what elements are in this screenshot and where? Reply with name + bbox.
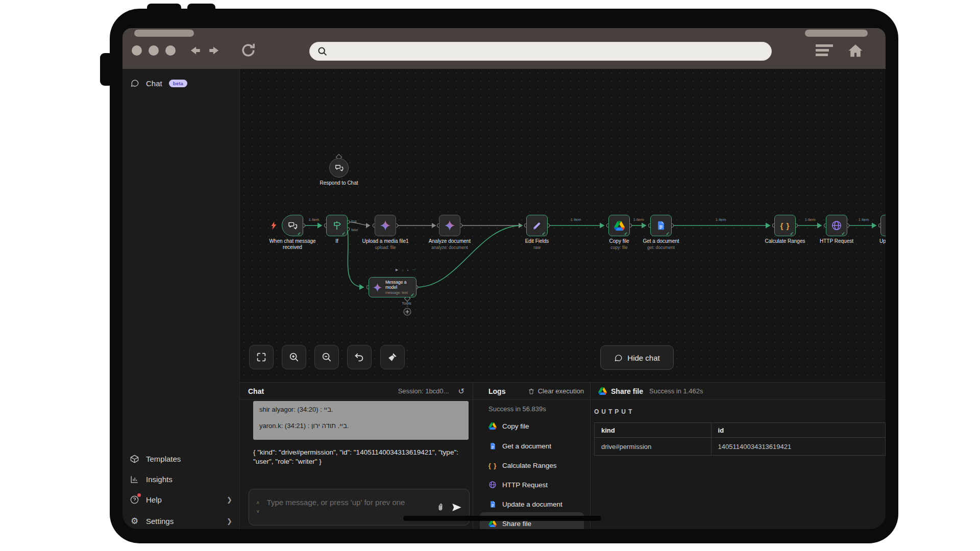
tab-dot-3[interactable] — [165, 45, 176, 56]
node-upload-a-media-file1[interactable] — [375, 215, 396, 236]
tab-strip-left — [134, 30, 194, 37]
chat-bubble-icon — [130, 79, 139, 88]
logs-panel-title: Logs — [488, 387, 505, 395]
success-check-icon: ✓ — [790, 231, 794, 236]
connection-count-label: 1 item — [853, 217, 874, 222]
bottom-panels: Chat Session: 1bcd0... ↺ shir alyagor: (… — [240, 382, 886, 529]
node-get-a-document[interactable]: ✓ — [650, 215, 672, 236]
sidebar-item-help[interactable]: Help ❯ — [122, 491, 239, 508]
chevron-up-icon[interactable]: ∧ — [256, 500, 260, 505]
fit-view-button[interactable] — [249, 345, 274, 369]
log-item-calculate-ranges[interactable]: { } Calculate Ranges — [480, 457, 584, 473]
chevron-down-icon[interactable]: ∨ — [256, 509, 260, 514]
attachment-paperclip-icon[interactable] — [436, 503, 445, 512]
clear-execution-button[interactable]: Clear execution — [528, 387, 584, 395]
stop-icon[interactable]: ○ — [402, 268, 404, 272]
node-message-a-model[interactable]: Message a model message: text ✓ — [369, 277, 416, 297]
connection-count-label: 1 item — [710, 217, 731, 222]
delete-icon[interactable]: ▪ — [407, 268, 408, 272]
beta-badge: beta — [169, 80, 187, 87]
templates-box-icon — [130, 454, 139, 464]
output-table: kind id drive#permission 140511400343136… — [594, 422, 886, 456]
trash-icon — [528, 388, 535, 395]
braces-icon: { } — [780, 221, 790, 230]
success-check-icon: ✓ — [297, 231, 301, 236]
success-check-icon: ✓ — [542, 231, 546, 236]
node-analyze-document[interactable] — [439, 215, 460, 236]
node-label: Upload a media file1 upload: file — [355, 238, 416, 250]
globe-icon — [488, 481, 497, 489]
log-item-http-request[interactable]: HTTP Request — [480, 477, 584, 493]
sidebar-insights-label: Insights — [146, 475, 232, 484]
chat-panel-title: Chat — [248, 387, 264, 395]
tab-dot-2[interactable] — [149, 45, 159, 56]
output-node-name: Share file — [611, 387, 643, 395]
forward-button[interactable] — [207, 44, 222, 57]
send-icon[interactable] — [451, 502, 462, 513]
tab-strip-right — [805, 30, 868, 37]
play-icon[interactable]: ▶ — [396, 268, 398, 272]
hide-chat-button[interactable]: Hide chat — [600, 345, 674, 370]
log-item-update-a-document[interactable]: Update a document — [480, 496, 584, 512]
tools-connector-label: Tools — [402, 301, 411, 306]
zoom-out-button[interactable] — [314, 345, 339, 369]
sidebar-item-templates[interactable]: Templates — [122, 450, 239, 467]
home-button[interactable] — [846, 42, 865, 60]
home-indicator-bar[interactable] — [403, 516, 601, 521]
history-chevrons[interactable]: ∧ ∨ — [256, 500, 260, 514]
more-icon[interactable]: ⋯ — [412, 268, 415, 272]
output-cell-kind: drive#permission — [595, 438, 712, 456]
sidebar-help-label: Help — [146, 495, 220, 504]
chat-panel: Chat Session: 1bcd0... ↺ shir alyagor: (… — [240, 383, 473, 529]
success-check-icon: ✓ — [624, 231, 628, 236]
node-label: Analyze document analyze: document — [419, 238, 480, 250]
zoom-in-button[interactable] — [282, 345, 306, 369]
node-label: Respond to Chat — [308, 180, 370, 186]
execution-status: Success in 56.839s — [488, 405, 546, 413]
back-button[interactable] — [188, 44, 202, 57]
connection-count-label: 1 item — [304, 217, 324, 222]
session-id: Session: 1bcd0... — [398, 387, 449, 395]
undo-button[interactable] — [347, 345, 372, 369]
if-false-label: false — [351, 228, 358, 232]
menu-icon[interactable] — [816, 44, 833, 56]
node-http-request[interactable]: ✓ — [826, 215, 847, 236]
chat-message: yaron.k: (34:21) : ביי. תודה ירון. — [259, 422, 462, 430]
google-drive-icon — [598, 387, 607, 395]
sidebar-item-insights[interactable]: Insights — [122, 471, 239, 487]
table-row[interactable]: drive#permission 14051140034313619421 — [595, 438, 886, 456]
log-item-get-a-document[interactable]: Get a document — [480, 438, 584, 454]
tablet-frame: Chat beta Templates Insights — [110, 9, 898, 543]
connection-count-label: 1 item — [566, 217, 586, 222]
output-cell-id: 14051140034313619421 — [711, 438, 885, 456]
browser-chrome — [122, 28, 886, 69]
sidebar-item-settings[interactable]: ⚙ Settings ❯ — [122, 513, 239, 529]
node-respond-to-chat[interactable] — [329, 158, 349, 178]
node-copy-file[interactable]: ✓ — [608, 215, 630, 236]
tidy-up-button[interactable] — [380, 345, 405, 369]
workflow-canvas[interactable]: 1 item 1 item 1 item 1 item 1 item 1 ite… — [240, 69, 886, 382]
output-panel: Share file Success in 1.462s OUTPUT kind… — [591, 383, 886, 529]
address-bar[interactable] — [309, 42, 772, 61]
tab-dot-1[interactable] — [132, 45, 142, 56]
node-if[interactable]: ✓ — [326, 215, 348, 236]
node-edit-fields[interactable]: ✓ — [526, 215, 548, 236]
chat-message-bubble: shir alyagor: (34:20) : ביי. yaron.k: (3… — [253, 401, 469, 440]
node-calculate-ranges[interactable]: { } ✓ — [774, 215, 796, 236]
session-reset-icon[interactable]: ↺ — [458, 387, 464, 396]
log-item-copy-file[interactable]: Copy file — [480, 418, 584, 434]
node-when-chat-message-received[interactable]: ✓ — [282, 215, 303, 236]
execute-bolt-icon[interactable] — [271, 221, 277, 232]
node-label: If — [316, 238, 357, 244]
reload-button[interactable] — [240, 42, 257, 59]
clear-execution-label: Clear execution — [538, 387, 584, 395]
logs-panel: Logs Clear execution Success in 56.839s … — [473, 383, 591, 529]
output-column-id: id — [711, 423, 885, 438]
n8n-app: Chat beta Templates Insights — [122, 69, 886, 529]
output-node-status: Success in 1.462s — [649, 387, 703, 395]
node-hover-toolbar[interactable]: ▶ ○ ▪ ⋯ — [396, 268, 415, 272]
node-label: Get a document get: document — [630, 238, 692, 250]
sidebar-item-chat[interactable]: Chat beta — [122, 75, 239, 91]
sidebar-chat-label: Chat — [146, 79, 162, 88]
node-update-a-document[interactable] — [880, 215, 886, 236]
